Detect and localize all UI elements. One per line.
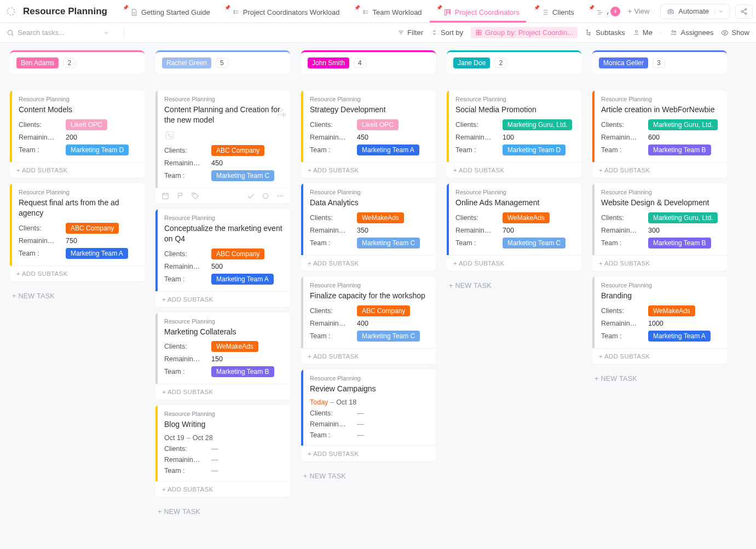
add-subtask-button[interactable]: ADD SUBTASK <box>10 162 145 178</box>
view-tab-activity-gant[interactable]: 📌Activity Gant <box>582 4 608 22</box>
column-header[interactable]: Jane Doe2 <box>447 50 581 74</box>
task-card[interactable]: Resource PlanningConceptualize the marke… <box>155 209 290 307</box>
svg-rect-40 <box>479 33 481 35</box>
task-card[interactable]: Resource PlanningStrategy DevelopmentCli… <box>301 90 436 178</box>
app-logo-icon[interactable] <box>3 4 19 19</box>
tag[interactable]: Marketing Team C <box>357 238 420 249</box>
tag[interactable]: Marketing Team D <box>66 145 129 155</box>
task-card[interactable]: Resource PlanningReview CampaignsToday–O… <box>301 369 436 461</box>
task-card[interactable]: Resource PlanningMarketing CollateralsCl… <box>155 313 290 400</box>
tag[interactable]: LikeIt OPC <box>66 119 107 130</box>
add-subtask-button[interactable]: ADD SUBTASK <box>10 265 145 281</box>
show-button[interactable]: Show <box>721 28 749 37</box>
search-input[interactable] <box>18 28 100 37</box>
tag[interactable]: LikeIt OPC <box>357 119 399 130</box>
new-task-button[interactable]: NEW TASK <box>155 502 290 521</box>
task-card[interactable]: Resource PlanningOnline Ads ManagementCl… <box>447 183 581 271</box>
chevron-down-icon[interactable] <box>714 9 724 14</box>
task-card[interactable]: Resource PlanningArticle creation in Web… <box>592 90 727 178</box>
tag[interactable]: Marketing Team D <box>503 145 565 155</box>
view-tab-clients[interactable]: 📌Clients <box>527 4 581 22</box>
tag[interactable]: WeMakeAds <box>357 212 404 223</box>
add-subtask-button[interactable]: ADD SUBTASK <box>301 255 436 271</box>
filter-button[interactable]: Filter <box>397 28 423 37</box>
subtasks-button[interactable]: Subtasks <box>585 28 625 37</box>
task-card[interactable]: Resource PlanningBlog WritingOct 19–Oct … <box>155 405 290 497</box>
git-placeholder-icon[interactable] <box>164 130 284 141</box>
tag[interactable]: Marketing Guru, Ltd. <box>648 119 718 130</box>
check-icon[interactable] <box>246 192 255 200</box>
tag[interactable]: Marketing Team A <box>357 145 419 155</box>
me-button[interactable]: Me <box>633 28 653 37</box>
view-tab-project-coordinators-workload[interactable]: 📌Project Coordinators Workload <box>218 4 347 22</box>
share-button[interactable] <box>735 4 753 19</box>
new-task-button[interactable]: NEW TASK <box>447 276 581 295</box>
tag[interactable]: ABC Company <box>66 223 119 234</box>
tag[interactable]: Marketing Team C <box>357 331 420 342</box>
tag[interactable]: Marketing Team C <box>211 170 274 181</box>
group-by-button[interactable]: Group by: Project Coordin... <box>471 27 578 38</box>
add-view-button[interactable]: + View <box>622 7 655 15</box>
column-header[interactable]: John Smith4 <box>301 50 436 74</box>
add-subtask-button[interactable]: ADD SUBTASK <box>592 255 727 271</box>
add-subtask-button[interactable]: ADD SUBTASK <box>301 446 436 461</box>
column-name: Rachel Green <box>162 57 211 68</box>
add-subtask-button[interactable]: ADD SUBTASK <box>447 162 581 178</box>
tag[interactable]: Marketing Guru, Ltd. <box>503 119 572 130</box>
add-subtask-button[interactable]: ADD SUBTASK <box>155 291 290 307</box>
view-tab-team-workload[interactable]: 📌Team Workload <box>348 4 429 22</box>
card-title: Content Planning and Creation for the ne… <box>164 105 284 125</box>
tag[interactable]: WeMakeAds <box>648 305 695 316</box>
task-card[interactable]: Resource PlanningBrandingClients:WeMakeA… <box>592 276 727 364</box>
add-subtask-button[interactable]: ADD SUBTASK <box>301 162 436 178</box>
tag[interactable]: WeMakeAds <box>503 212 550 223</box>
task-card[interactable]: Resource PlanningSocial Media PromotionC… <box>447 90 581 178</box>
add-subtask-button[interactable]: ADD SUBTASK <box>301 348 436 364</box>
tag[interactable]: ABC Company <box>357 305 410 316</box>
task-card[interactable]: Resource PlanningContent ModelsClients:L… <box>10 90 145 178</box>
tag[interactable]: ABC Company <box>211 145 264 156</box>
add-subtask-button[interactable]: ADD SUBTASK <box>155 481 290 497</box>
more-icon[interactable] <box>276 192 285 200</box>
tag[interactable]: Marketing Team B <box>648 145 711 155</box>
page-title: Resource Planning <box>23 6 107 17</box>
group-label: Group by: Project Coordin... <box>485 28 573 37</box>
task-card[interactable]: Resource PlanningFinalize capacity for t… <box>301 276 436 364</box>
tag[interactable]: Marketing Team A <box>66 248 128 259</box>
add-subtask-button[interactable]: ADD SUBTASK <box>592 162 727 178</box>
column-header[interactable]: Monica Geller3 <box>592 50 727 74</box>
add-subtask-button[interactable]: ADD SUBTASK <box>592 348 727 364</box>
new-task-button[interactable]: NEW TASK <box>301 467 436 486</box>
tag[interactable]: Marketing Team B <box>211 366 274 377</box>
tag[interactable]: Marketing Team C <box>503 238 565 249</box>
tag[interactable]: Marketing Team B <box>648 238 711 249</box>
add-subtask-button[interactable]: ADD SUBTASK <box>447 255 581 271</box>
view-tab-getting-started-guide[interactable]: 📌Getting Started Guide <box>116 4 217 22</box>
task-card[interactable]: Resource PlanningWebsite Design & Develo… <box>592 183 727 271</box>
views-overflow-button[interactable] <box>610 7 620 16</box>
task-card[interactable]: Resource PlanningData AnalyticsClients:W… <box>301 183 436 271</box>
tag-icon[interactable] <box>191 192 200 200</box>
column-header[interactable]: Rachel Green5 <box>155 50 290 74</box>
tag[interactable]: Marketing Team A <box>648 331 711 342</box>
task-card[interactable]: Resource PlanningContent Planning and Cr… <box>155 90 290 204</box>
doc-icon <box>130 8 138 16</box>
assignee-placeholder-icon[interactable] <box>275 106 287 118</box>
sort-button[interactable]: Sort by <box>431 28 463 37</box>
tag[interactable]: ABC Company <box>211 249 264 259</box>
add-subtask-button[interactable]: ADD SUBTASK <box>155 384 290 400</box>
column-header[interactable]: Ben Adams2 <box>10 50 145 74</box>
flag-icon[interactable] <box>176 192 184 200</box>
new-task-button[interactable]: NEW TASK <box>592 369 727 388</box>
new-task-button[interactable]: NEW TASK <box>10 287 145 305</box>
view-tab-project-coordinators[interactable]: 📌Project Coordinators <box>430 4 527 22</box>
date-icon[interactable] <box>161 192 170 200</box>
assignees-button[interactable]: Assignees <box>670 28 713 37</box>
status-circle-icon[interactable] <box>262 192 269 200</box>
automate-button[interactable]: Automate <box>660 4 730 19</box>
search-caret-icon[interactable] <box>103 30 109 36</box>
tag[interactable]: Marketing Team A <box>211 274 274 285</box>
tag[interactable]: WeMakeAds <box>211 341 258 352</box>
tag[interactable]: Marketing Guru, Ltd. <box>648 212 718 223</box>
task-card[interactable]: Resource PlanningRequest final arts from… <box>10 183 145 281</box>
